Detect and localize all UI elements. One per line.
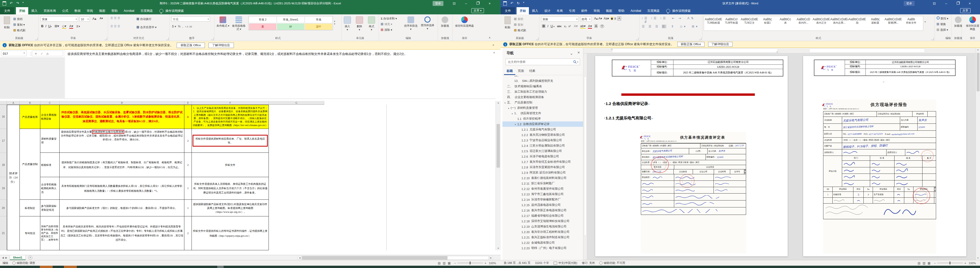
cancel-icon[interactable]: ✕ (35, 51, 37, 56)
ribbon-tab[interactable]: 页面布局 (41, 7, 59, 14)
ribbon-tab[interactable]: 邮件 (578, 7, 590, 14)
cell-F20[interactable]: 提供国家级防爆产品标准文件(现行) 封面及制定单位相关页复印件及网上查询截图。标… (192, 200, 269, 216)
col-header-A[interactable]: A (7, 101, 20, 105)
cell-C19[interactable]: 企业专职检验检测机构和人员 (40, 177, 60, 200)
paragraph-dialog-launcher[interactable] (699, 38, 702, 40)
ribbon-tab[interactable]: 审阅 (84, 7, 96, 14)
insert-cells-button[interactable]: 插入▾ (342, 16, 353, 35)
italic-button[interactable]: I (45, 24, 46, 28)
cell-E20[interactable]: 1 (185, 200, 192, 216)
cell-style-item[interactable]: 常规_Sheet1 (277, 16, 304, 23)
replace-button[interactable]: 替换 (937, 22, 946, 27)
nav-heading-item[interactable]: ▼ 1.2.19 山东淄博迪生电池有限公司 (503, 224, 583, 229)
document-page-left[interactable]: C FEICE® 飞 策 招标单位: 辽河石油勘探局有限公司物资分公司 招标编号… (595, 56, 788, 257)
cell-F17[interactable]: 投标文件需提供原材料供应商名称、厂址、联系人姓名及电话等。 (192, 129, 269, 153)
cell-F18[interactable]: 投标文件 (192, 153, 269, 177)
format-as-table-button[interactable]: 套用表格格式 ▾ (231, 16, 246, 35)
status-words[interactable]: 11161 个字 (535, 261, 549, 265)
sheet-nav-right-icon[interactable]: ▶ (5, 257, 7, 259)
text-effects-icon[interactable]: A▾ (574, 24, 578, 28)
style-item[interactable]: AaBbCcI TLM节标题 (722, 17, 740, 30)
expand-triangle-icon[interactable]: ▼ (504, 101, 507, 104)
nav-heading-item[interactable]: ▼ 1.2 合格供应商评审记录 (503, 121, 583, 127)
nav-heading-item[interactable]: ▼ 1.2.10 嘉善仁德包装材料有限公司 (503, 175, 583, 181)
restore-button[interactable] (953, 0, 962, 7)
cell-C16[interactable]: 企业主要检验检测设备 (40, 105, 60, 129)
cell-style-item[interactable]: 常规 (305, 16, 332, 23)
nav-heading-item[interactable]: ▼ (一) 原材料质量管理 (503, 105, 583, 111)
get-genuine-office-button[interactable]: 获取正版 Office (177, 43, 205, 48)
nav-heading-item[interactable]: ▼ 1.2.7 嘉兴市创优五金标准件有限公司 (503, 159, 583, 165)
nav-tab[interactable]: 结果 (527, 68, 538, 75)
borders-icon[interactable]: ⊞▾ (55, 24, 59, 28)
vertical-scrollbar[interactable]: ▲ ▼ (496, 101, 501, 250)
formula-bar-collapse-icon[interactable]: ∧ (493, 51, 495, 54)
nav-heading-item[interactable]: ▼ 1.2.1 尤提乐电气有限公司 (503, 127, 583, 132)
align-icons[interactable]: ☰ ☰ ☰ ☰ ⇕ ◇▾ ⊞▾ (642, 25, 699, 28)
wrap-text-button[interactable]: 自动换行 (137, 16, 151, 22)
cell-E21[interactable]: 2 (185, 216, 192, 250)
zoom-slider[interactable] (937, 263, 963, 263)
highlight-icon[interactable]: ab▾ (580, 24, 585, 29)
ribbon-display-icon[interactable]: ⊡ (450, 0, 458, 7)
cell-C17[interactable]: 原材料质量管理 (40, 129, 60, 153)
share-button[interactable]: 共享 ▾ (471, 8, 484, 13)
ribbon-tab[interactable]: 视图 (96, 7, 108, 14)
font-case-icons[interactable]: A▴ A▾ Aa▾ ◆ 文 A (594, 17, 621, 21)
nav-heading-item[interactable]: ▼ 1.2.20 嘉兴菲尔琪工程材料有限公司 (503, 229, 583, 235)
ribbon-tab[interactable]: 百度网盘 (137, 7, 156, 14)
styles-gallery-more-icon[interactable]: ▾ (924, 21, 926, 23)
minimize-button[interactable]: – (942, 0, 950, 7)
nav-search-box[interactable]: 在文档中搜索 ▾ (506, 59, 580, 65)
learn-more-button[interactable]: 了解详细信息 (208, 43, 234, 48)
ribbon-tab[interactable]: 审阅 (590, 7, 603, 14)
halign-icons[interactable]: ☰☰☰ (110, 25, 121, 28)
style-item[interactable]: AaBbCc 表 (776, 17, 794, 30)
style-item[interactable]: AaBbCcDdEe 表内左两... (830, 17, 848, 30)
merge-center-button[interactable]: 合并后居中 ▾ (137, 25, 157, 30)
nav-heading-item[interactable]: ▼ 1.2.13 海宁市三鑫包装有限公司 (503, 192, 583, 197)
font-color-icon[interactable]: A▾ (69, 24, 73, 29)
nav-heading-item[interactable]: ▼ 1.2.4 江苏大明金属制品有限公司 (503, 143, 583, 148)
cell-D16[interactable]: 冲击试验仪器、高低温试验仪器、水压试验设备、盐雾试验仪器、防水防护试验仪器、粉尘… (60, 105, 185, 129)
style-item[interactable]: AaBbCcD 表内列... (794, 17, 812, 30)
minimize-button[interactable]: – (461, 0, 470, 7)
learn-more-button[interactable]: 了解详细信息 (708, 42, 732, 47)
underline-button[interactable]: U (48, 24, 50, 28)
formula-input[interactable]: 提供供应商管理文件及主要外购原材料合格分包商清单，得1分，缺少一项不得分；对原材… (65, 49, 491, 99)
warning-close-icon[interactable]: × (492, 43, 494, 47)
nav-heading-item[interactable]: ▼ 1.2.3 宁波市金品铜业有限公司 (503, 138, 583, 143)
name-box[interactable]: D17 (1, 51, 27, 56)
valign-icons[interactable]: ☰☰☰ (110, 16, 121, 20)
row-header-18[interactable]: 18 (0, 153, 7, 177)
col-header-G[interactable]: G (269, 101, 324, 105)
ribbon-tab[interactable]: 插入 (529, 7, 541, 14)
nav-heading-item[interactable]: ▼ 1.2.9 阿克苏.诺贝尔涂料有限公司 (503, 170, 583, 175)
ribbon-tab[interactable]: 设计 (541, 7, 554, 14)
row-header-16[interactable]: 16 (0, 105, 7, 129)
fill-button[interactable]: 填充 ▾ (381, 22, 392, 27)
ribbon-tab[interactable]: Acrobat (121, 7, 137, 14)
nav-heading-item[interactable]: ▼ 13、 SW-□系列防爆照明开关 (503, 78, 583, 84)
indent-marker-right-icon[interactable]: △ (776, 50, 778, 52)
font-size-combo[interactable]: ▾10 (80, 16, 90, 22)
font-dialog-launcher[interactable] (105, 38, 107, 40)
nav-heading-item[interactable]: ▼ 1.2.5 宿迁新大江玻璃有限公司 (503, 148, 583, 154)
copy-button[interactable]: 复制 (514, 22, 523, 27)
name-box-dropdown-icon[interactable]: ▾ (24, 52, 25, 54)
styles-gallery-more-icon[interactable]: ▾▾ (334, 20, 335, 25)
expand-triangle-icon[interactable]: ▼ (511, 112, 514, 115)
tellme-search[interactable]: 操作说明搜索 (165, 7, 187, 14)
format-painter-button[interactable]: 格式刷 (13, 28, 25, 33)
ribbon-tab[interactable]: Acrobat (627, 7, 644, 14)
strikethrough-icon[interactable]: abc (557, 25, 562, 28)
nav-tab[interactable]: 标题 (504, 68, 515, 75)
style-item[interactable]: AaBb 投标文件 (902, 17, 920, 30)
cell-F19[interactable]: 投标文件需提供具体人员明细表、身份证和第三方机构颁发的证书、同时需提供相应人员开… (192, 177, 269, 200)
row-header-19[interactable]: 19 (0, 177, 7, 200)
nav-heading-item[interactable]: ▼ 1.2.2 嘉兴亮冶钢铁贸易有限公司 (503, 132, 583, 138)
col-header-C[interactable]: C (40, 101, 60, 105)
cell-B16[interactable]: 产品质量检测 (20, 105, 40, 129)
paste-button[interactable]: 粘贴 (3, 16, 11, 29)
number-format-combo[interactable]: ▾常规 (172, 16, 210, 22)
